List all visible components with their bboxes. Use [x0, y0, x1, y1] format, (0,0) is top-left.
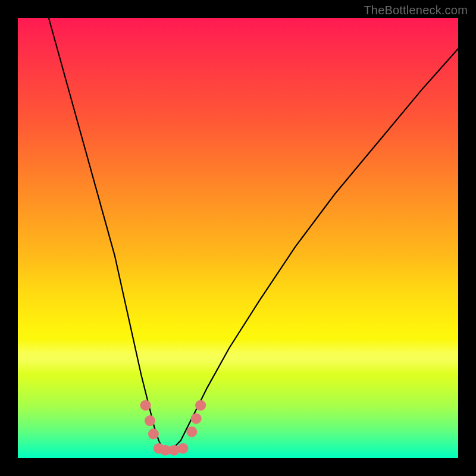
curve-marker — [191, 413, 202, 424]
watermark-text: TheBottleneck.com — [364, 4, 468, 17]
plot-area — [18, 18, 458, 458]
curve-marker — [186, 427, 197, 437]
bottleneck-curve — [49, 18, 458, 449]
curve-marker — [178, 443, 189, 454]
curve-svg — [18, 18, 458, 458]
curve-marker — [169, 445, 180, 456]
curve-marker — [140, 400, 151, 411]
curve-marker — [148, 428, 159, 439]
curve-marker — [145, 415, 155, 426]
chart-frame: TheBottleneck.com — [0, 0, 476, 476]
curve-marker — [195, 400, 206, 411]
